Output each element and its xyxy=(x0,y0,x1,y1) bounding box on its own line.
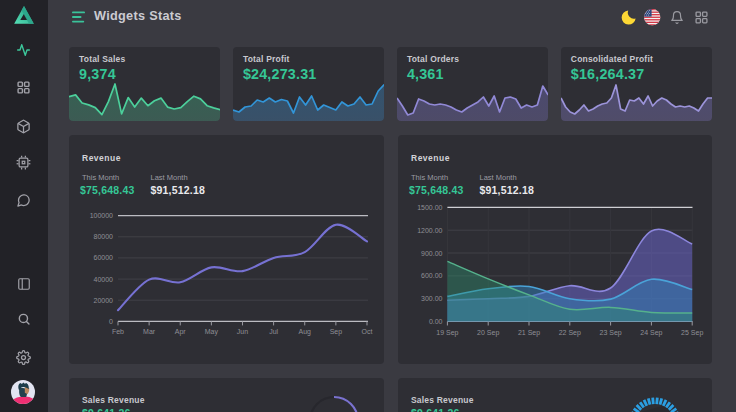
svg-text:60000: 60000 xyxy=(94,254,114,261)
svg-text:Mar: Mar xyxy=(143,328,156,335)
svg-text:22 Sep: 22 Sep xyxy=(559,329,581,337)
svg-text:19 Sep: 19 Sep xyxy=(436,329,458,337)
svg-text:Sep: Sep xyxy=(330,328,343,336)
svg-text:May: May xyxy=(205,328,219,336)
svg-text:0: 0 xyxy=(109,318,113,325)
svg-text:900.00: 900.00 xyxy=(421,250,443,257)
svg-text:1200.00: 1200.00 xyxy=(417,227,442,234)
svg-text:Apr: Apr xyxy=(175,328,187,336)
svg-text:Feb: Feb xyxy=(112,328,124,335)
svg-text:Jun: Jun xyxy=(237,328,248,335)
svg-text:24 Sep: 24 Sep xyxy=(640,329,662,337)
svg-text:Oct: Oct xyxy=(362,328,373,335)
svg-text:600.00: 600.00 xyxy=(421,272,443,279)
svg-text:Aug: Aug xyxy=(299,328,312,336)
svg-text:40000: 40000 xyxy=(94,276,114,283)
svg-text:1500.00: 1500.00 xyxy=(417,204,442,211)
svg-text:300.00: 300.00 xyxy=(421,295,443,302)
svg-text:21 Sep: 21 Sep xyxy=(518,329,540,337)
svg-text:80000: 80000 xyxy=(94,233,114,240)
svg-text:100000: 100000 xyxy=(90,212,113,219)
svg-text:25 Sep: 25 Sep xyxy=(681,329,703,337)
svg-text:20 Sep: 20 Sep xyxy=(477,329,499,337)
svg-text:0.00: 0.00 xyxy=(429,318,443,325)
svg-text:23 Sep: 23 Sep xyxy=(600,329,622,337)
svg-text:Jul: Jul xyxy=(269,328,278,335)
svg-text:20000: 20000 xyxy=(94,297,114,304)
